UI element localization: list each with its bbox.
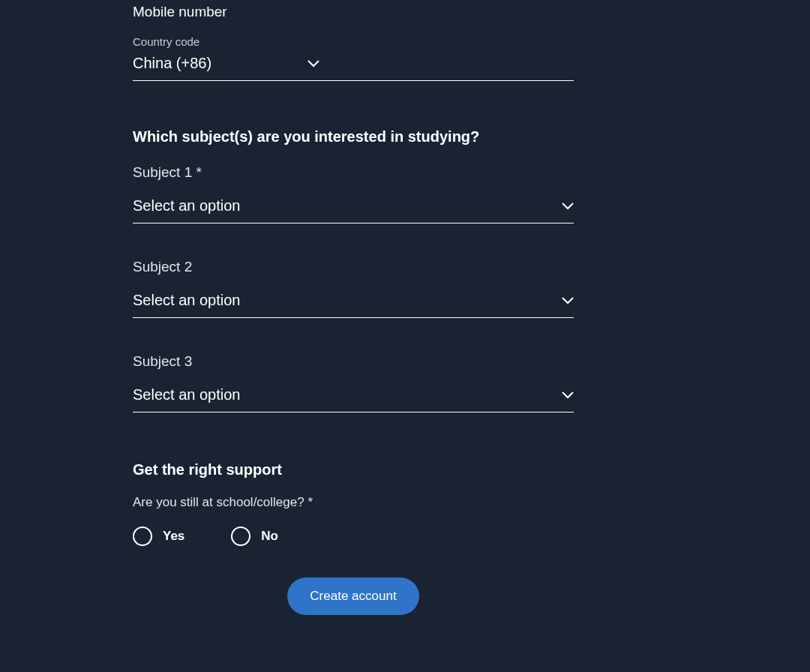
country-code-select[interactable]: China (+86) [133,55,338,72]
radio-circle-icon [231,526,250,546]
radio-yes-label: Yes [163,529,184,544]
radio-circle-icon [133,526,152,546]
subject-3-select[interactable]: Select an option [133,386,574,412]
chevron-down-icon [562,297,574,304]
country-code-value: China (+86) [133,55,212,72]
school-college-question: Are you still at school/college? * [133,495,574,510]
subject-1-value: Select an option [133,197,240,214]
radio-no-label: No [261,529,278,544]
mobile-number-input[interactable] [338,35,574,72]
chevron-down-icon [562,202,574,210]
subject-2-value: Select an option [133,292,240,309]
radio-no[interactable]: No [231,526,278,546]
chevron-down-icon [308,60,320,68]
mobile-number-heading: Mobile number [133,4,574,20]
subject-2-select[interactable]: Select an option [133,292,574,318]
subjects-heading: Which subject(s) are you interested in s… [133,128,574,146]
radio-yes[interactable]: Yes [133,526,184,546]
subject-1-label: Subject 1 * [133,164,574,181]
subject-3-label: Subject 3 [133,353,574,370]
support-heading: Get the right support [133,461,574,478]
subject-3-value: Select an option [133,386,240,404]
create-account-button[interactable]: Create account [287,578,418,615]
subject-1-select[interactable]: Select an option [133,197,574,224]
country-code-label: Country code [133,35,338,48]
chevron-down-icon [562,392,574,399]
subject-2-label: Subject 2 [133,259,574,275]
